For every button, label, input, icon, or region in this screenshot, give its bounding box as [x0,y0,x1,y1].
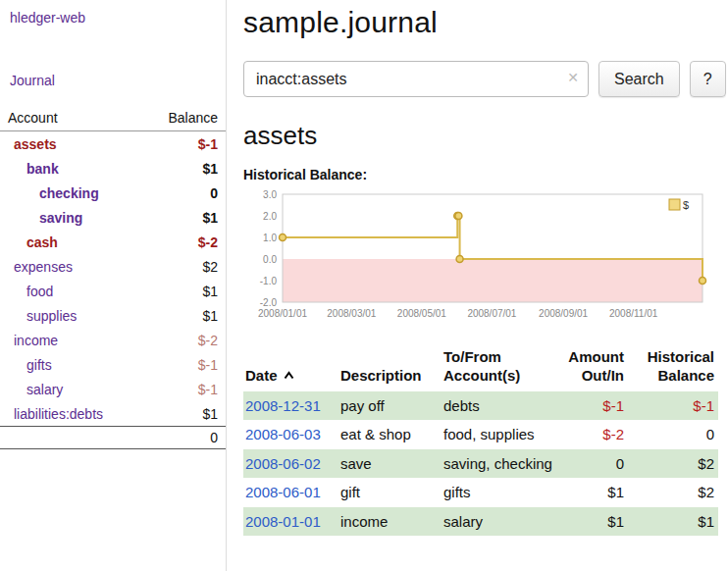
account-link-cash[interactable]: cash [8,234,58,250]
balance-column-header: Balance [168,110,218,126]
date-header-label: Date [245,367,278,384]
account-balance: $2 [202,259,218,275]
app-title-link[interactable]: hledger-web [0,0,226,26]
account-table-header: Account Balance [0,106,226,131]
search-button[interactable]: Search [598,61,680,97]
account-link-expenses[interactable]: expenses [8,259,73,275]
account-balance: $1 [202,210,218,226]
account-row: assets$-1 [0,131,226,156]
clear-search-icon[interactable]: ✕ [567,70,579,85]
cell-amount: $-1 [557,391,628,421]
transaction-date-link[interactable]: 2008-06-01 [245,484,321,500]
transaction-date-link[interactable]: 2008-06-02 [245,455,321,472]
svg-text:2008/07/01: 2008/07/01 [467,308,516,319]
account-row: saving$1 [0,205,226,230]
svg-text:0.0: 0.0 [263,254,277,265]
cell-date: 2008-06-03 [243,420,338,449]
svg-text:2.0: 2.0 [263,211,277,222]
sort-ascending-icon [284,371,294,380]
account-link-bank[interactable]: bank [8,161,59,177]
transaction-date-link[interactable]: 2008-12-31 [245,397,321,414]
cell-amount: 0 [557,449,628,479]
svg-text:-1.0: -1.0 [260,276,278,286]
cell-balance: 0 [628,420,718,449]
account-balance: $1 [202,308,218,324]
account-link-supplies[interactable]: supplies [8,308,77,324]
cell-accounts: saving, checking [442,449,557,479]
account-balance: $1 [202,161,218,177]
account-row: expenses$2 [0,254,226,279]
search-input[interactable] [243,61,589,97]
svg-text:3.0: 3.0 [263,189,277,200]
cell-accounts: food, supplies [442,420,557,449]
register-table: Date Description To/From Account(s) Amou… [243,345,718,536]
historical-balance-chart: 3.02.01.00.0-1.0-2.02008/01/012008/03/01… [243,186,716,332]
account-balance: $-1 [198,382,218,397]
svg-text:-2.0: -2.0 [260,297,278,308]
svg-text:1.0: 1.0 [263,233,277,243]
account-link-checking[interactable]: checking [8,185,99,201]
account-link-liabilities:debts[interactable]: liabilities:debts [8,406,103,422]
account-balance-table: Account Balance assets$-1bank$1checking0… [0,106,226,449]
cell-balance: $1 [628,507,718,537]
register-row: 2008-06-02savesaving, checking0$2 [243,449,718,479]
column-header-amount: Amount Out/In [557,345,628,391]
account-table-body: assets$-1bank$1checking0saving$1cash$-2e… [0,131,226,426]
account-balance: $1 [202,284,218,299]
cell-balance: $2 [628,449,718,479]
account-balance: 0 [210,185,218,201]
cell-description: pay off [338,391,442,421]
account-row: supplies$1 [0,303,226,328]
cell-balance: $-1 [628,391,718,421]
account-balance: $-1 [198,357,218,373]
cell-description: gift [338,478,442,507]
total-balance: 0 [210,430,218,445]
account-row: salary$-1 [0,377,226,401]
cell-date: 2008-01-01 [243,507,338,537]
account-row: food$1 [0,279,226,303]
account-balance: $-2 [198,333,218,348]
account-row: gifts$-1 [0,352,226,377]
column-header-balance: Historical Balance [628,345,718,391]
svg-text:$: $ [683,199,689,211]
total-row: 0 [0,426,226,449]
account-link-gifts[interactable]: gifts [8,357,52,373]
transaction-date-link[interactable]: 2008-01-01 [245,513,321,530]
cell-accounts: gifts [442,478,557,507]
transaction-date-link[interactable]: 2008-06-03 [245,426,321,442]
register-row: 2008-01-01incomesalary$1$1 [243,507,718,537]
cell-amount: $-2 [557,420,628,449]
register-row: 2008-06-01giftgifts$1$2 [243,478,718,507]
cell-balance: $2 [628,478,718,507]
account-column-header: Account [8,110,58,126]
svg-text:2008/01/01: 2008/01/01 [258,308,307,319]
cell-amount: $1 [557,507,628,537]
cell-date: 2008-06-01 [243,478,338,507]
cell-accounts: debts [442,391,557,421]
account-link-salary[interactable]: salary [8,382,63,397]
account-row: income$-2 [0,328,226,352]
column-header-tofrom: To/From Account(s) [442,345,557,391]
svg-text:2008/03/01: 2008/03/01 [327,308,376,319]
cell-accounts: salary [442,507,557,537]
account-link-assets[interactable]: assets [8,136,57,152]
svg-text:2008/11/01: 2008/11/01 [609,308,658,319]
cell-amount: $1 [557,478,628,507]
cell-description: income [338,507,442,537]
cell-description: eat & shop [338,420,442,449]
register-row: 2008-12-31pay offdebts$-1$-1 [243,391,718,421]
account-link-income[interactable]: income [8,333,58,348]
account-link-food[interactable]: food [8,284,53,299]
register-header-row: Date Description To/From Account(s) Amou… [243,345,718,391]
cell-date: 2008-12-31 [243,391,338,421]
account-link-saving[interactable]: saving [8,210,82,226]
account-balance: $-2 [198,234,218,250]
nav-journal-link[interactable]: Journal [0,26,226,88]
help-button[interactable]: ? [690,61,726,97]
cell-description: save [338,449,442,479]
account-heading: assets [243,121,728,151]
page-title: sample.journal [243,6,728,39]
column-header-date[interactable]: Date [243,345,338,391]
cell-date: 2008-06-02 [243,449,338,479]
account-row: cash$-2 [0,230,226,254]
